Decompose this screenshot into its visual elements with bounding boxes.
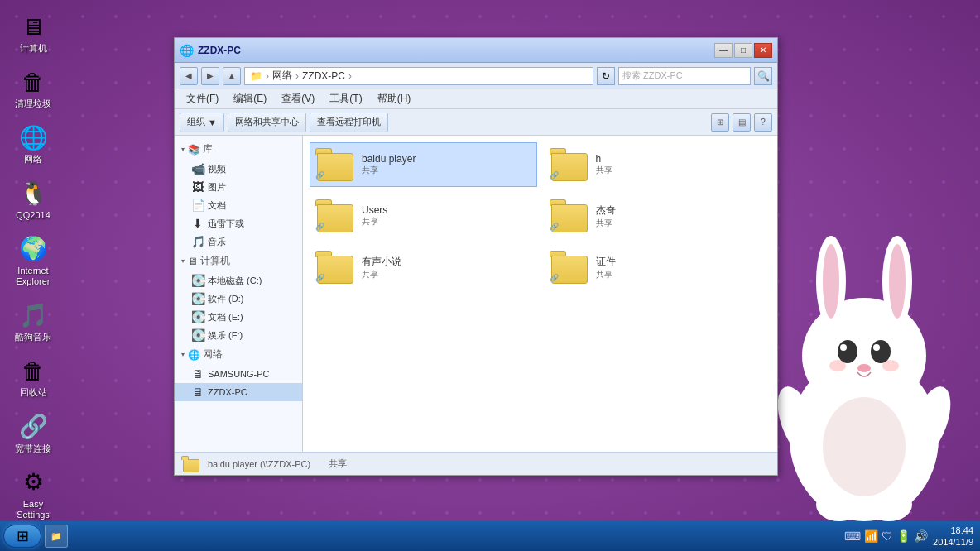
desktop: 🖥 计算机 🗑 清理垃圾 🌐 网络 🐧 QQ2014 🌍 Internet Ex… xyxy=(0,0,980,551)
file-grid: 🔗 baidu player 共享 🔗 xyxy=(310,142,771,290)
help-button[interactable]: ? xyxy=(754,113,772,132)
search-box[interactable]: 搜索 ZZDX-PC xyxy=(618,67,751,85)
folder-icon-audiobook: 🔗 xyxy=(315,251,355,284)
d-drive-icon: 💽 xyxy=(191,292,204,305)
tray-icons: ⌨ 📶 🛡 🔋 🔊 xyxy=(844,529,928,543)
sidebar-item-pictures[interactable]: 🖼 图片 xyxy=(175,178,302,196)
preview-pane-button[interactable]: ▤ xyxy=(733,113,751,132)
file-item-baiduplayer[interactable]: 🔗 baidu player 共享 xyxy=(310,142,537,187)
network-label: 网络 xyxy=(24,154,42,165)
menu-edit[interactable]: 编辑(E) xyxy=(227,90,273,108)
sidebar-item-samsung-pc[interactable]: 🖥 SAMSUNG-PC xyxy=(175,365,302,383)
organize-dropdown-icon: ▼ xyxy=(208,117,217,127)
file-info-users: Users 共享 xyxy=(362,204,531,228)
qqmusic-label: 酷狗音乐 xyxy=(15,332,51,343)
breadcrumb-root: 📁 xyxy=(250,70,262,82)
file-name-baiduplayer: baidu player xyxy=(362,153,531,165)
sidebar-section-computer[interactable]: ▾ 🖥 计算机 xyxy=(175,251,302,271)
icon-recycle[interactable]: 🗑 清理垃圾 xyxy=(4,64,62,113)
taskbar-explorer[interactable]: 📁 xyxy=(45,525,68,548)
desktop-icon-list: 🖥 计算机 🗑 清理垃圾 🌐 网络 🐧 QQ2014 🌍 Internet Ex… xyxy=(4,8,62,551)
icon-easysettings[interactable]: ⚙ Easy Settings xyxy=(4,464,62,524)
sidebar: ▾ 📚 库 📹 视频 🖼 图片 📄 文档 ⬇ 迅雷下载 xyxy=(175,136,303,452)
file-item-zhengjian[interactable]: 🔗 证件 共享 xyxy=(544,245,771,290)
network-arrow: ▾ xyxy=(181,351,185,358)
explorer-window: 🌐 ZZDX-PC — □ ✕ ◀ ▶ ▲ 📁 › 网络 › ZZDX-PC › xyxy=(174,37,778,476)
taskbar: ⊞ 📁 ⌨ 📶 🛡 🔋 🔊 18:44 2014/11/9 xyxy=(0,521,980,551)
maximize-button[interactable]: □ xyxy=(734,43,752,58)
recylebin-icon: 🗑 xyxy=(18,356,48,386)
file-name-audiobook: 有声小说 xyxy=(362,255,531,269)
file-item-jieqi[interactable]: 🔗 杰奇 共享 xyxy=(544,194,771,238)
file-item-audiobook[interactable]: 🔗 有声小说 共享 xyxy=(310,245,537,290)
file-info-zhengjian: 证件 共享 xyxy=(596,255,766,280)
view-mode-button[interactable]: ⊞ xyxy=(711,113,729,132)
taskbar-folder-icon: 📁 xyxy=(50,531,62,542)
sidebar-item-xunlei[interactable]: ⬇ 迅雷下载 xyxy=(175,214,302,232)
refresh-button[interactable]: ↻ xyxy=(597,67,615,85)
network-sharing-button[interactable]: 网络和共享中心 xyxy=(228,113,306,132)
menu-view[interactable]: 查看(V) xyxy=(275,90,321,108)
address-box[interactable]: 📁 › 网络 › ZZDX-PC › xyxy=(244,67,593,85)
icon-broadband[interactable]: 🔗 宽带连接 xyxy=(4,409,62,458)
svg-point-3 xyxy=(823,244,839,319)
svg-point-17 xyxy=(823,397,906,496)
close-button[interactable]: ✕ xyxy=(754,43,772,58)
sidebar-item-video[interactable]: 📹 视频 xyxy=(175,160,302,178)
up-button[interactable]: ▲ xyxy=(223,67,241,85)
folder-icon-baiduplayer: 🔗 xyxy=(315,148,355,181)
ie-label: Internet Explorer xyxy=(7,266,59,287)
organize-button[interactable]: 组织 ▼ xyxy=(180,113,224,132)
folder-icon-zhengjian: 🔗 xyxy=(550,251,589,284)
tray-power-icon: 🔋 xyxy=(896,529,910,543)
sidebar-item-f-drive[interactable]: 💽 娱乐 (F:) xyxy=(175,326,302,344)
xunlei-dl-icon: ⬇ xyxy=(191,217,204,230)
start-button[interactable]: ⊞ xyxy=(3,525,41,548)
xunlei-dl-label: 迅雷下载 xyxy=(208,218,244,230)
svg-point-10 xyxy=(858,364,871,372)
sidebar-item-music[interactable]: 🎵 音乐 xyxy=(175,232,302,251)
status-folder-icon xyxy=(181,456,201,472)
sidebar-section-network[interactable]: ▾ 🌐 网络 xyxy=(175,344,302,365)
menu-help[interactable]: 帮助(H) xyxy=(371,90,418,108)
tray-security-icon: 🛡 xyxy=(882,529,893,543)
file-info-audiobook: 有声小说 共享 xyxy=(362,255,531,280)
video-icon: 📹 xyxy=(191,162,204,175)
music-icon: 🎵 xyxy=(191,235,204,248)
icon-ie[interactable]: 🌍 Internet Explorer xyxy=(4,231,62,290)
file-item-users[interactable]: 🔗 Users 共享 xyxy=(310,194,537,238)
icon-computer[interactable]: 🖥 计算机 xyxy=(4,8,62,57)
menu-file[interactable]: 文件(F) xyxy=(180,90,225,108)
e-drive-label: 文档 (E:) xyxy=(208,311,243,323)
sidebar-item-zzdx-pc[interactable]: 🖥 ZZDX-PC xyxy=(175,383,302,401)
svg-point-6 xyxy=(838,340,858,363)
svg-point-5 xyxy=(889,244,906,319)
icon-qqmusic[interactable]: 🎵 酷狗音乐 xyxy=(4,297,62,346)
file-item-h[interactable]: 🔗 h 共享 xyxy=(544,142,771,187)
easysettings-label: Easy Settings xyxy=(7,499,59,520)
sidebar-item-d-drive[interactable]: 💽 软件 (D:) xyxy=(175,290,302,308)
file-shared-audiobook: 共享 xyxy=(362,269,531,280)
remote-printer-button[interactable]: 查看远程打印机 xyxy=(310,113,388,132)
sidebar-item-e-drive[interactable]: 💽 文档 (E:) xyxy=(175,308,302,326)
minimize-button[interactable]: — xyxy=(714,43,733,58)
folder-icon-h: 🔗 xyxy=(550,148,589,181)
icon-network[interactable]: 🌐 网络 xyxy=(4,119,62,168)
recylebin-label: 回收站 xyxy=(20,387,47,398)
icon-qq2014[interactable]: 🐧 QQ2014 xyxy=(4,175,62,224)
sidebar-item-docs[interactable]: 📄 文档 xyxy=(175,196,302,214)
toolbar: 组织 ▼ 网络和共享中心 查看远程打印机 ⊞ ▤ ? xyxy=(175,109,777,136)
music-label: 音乐 xyxy=(208,236,226,248)
menu-tools[interactable]: 工具(T) xyxy=(323,90,368,108)
forward-button[interactable]: ▶ xyxy=(201,67,219,85)
back-button[interactable]: ◀ xyxy=(180,67,198,85)
title-bar-title: ZZDX-PC xyxy=(198,45,714,56)
icon-recylebin[interactable]: 🗑 回收站 xyxy=(4,352,62,401)
d-drive-label: 软件 (D:) xyxy=(208,293,243,305)
file-info-jieqi: 杰奇 共享 xyxy=(596,204,766,229)
file-name-users: Users xyxy=(362,204,531,216)
tray-network-icon: 📶 xyxy=(864,529,878,543)
search-button[interactable]: 🔍 xyxy=(754,67,772,85)
sidebar-section-library[interactable]: ▾ 📚 库 xyxy=(175,139,302,160)
sidebar-item-c-drive[interactable]: 💽 本地磁盘 (C:) xyxy=(175,271,302,290)
